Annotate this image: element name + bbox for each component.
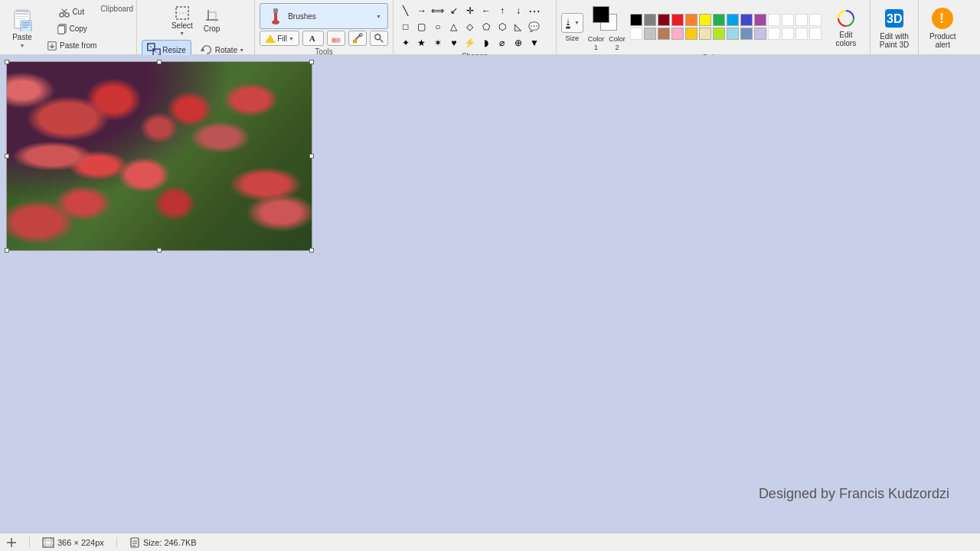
palette-w8[interactable] [809, 28, 822, 40]
palette-white[interactable] [630, 28, 642, 40]
shape-btn-arrow-left[interactable]: ← [479, 3, 494, 18]
palette-steelblue[interactable] [740, 28, 753, 40]
handle-bottom-mid[interactable] [157, 248, 162, 253]
dimensions-label: 366 × 224px [57, 538, 104, 547]
palette-purple[interactable] [754, 14, 766, 26]
paste-from-button[interactable]: Paste from [43, 38, 100, 54]
shape-btn-more[interactable]: ⋯ [527, 3, 542, 18]
canvas-image[interactable] [6, 61, 312, 251]
palette-w1[interactable] [768, 14, 780, 26]
shape-expand-btn[interactable]: ▼ [527, 35, 542, 51]
cut-label: Cut [72, 8, 84, 16]
select-button[interactable]: Select ▼ [168, 3, 197, 38]
svg-rect-4 [16, 18, 25, 19]
handle-bottom-left[interactable] [5, 248, 9, 253]
cut-button[interactable]: Cut [43, 5, 100, 20]
shape-btn-diamond[interactable]: ◇ [462, 19, 478, 34]
edit-paint3d-button[interactable]: 3D Edit with Paint 3D [875, 3, 913, 52]
svg-rect-14 [57, 25, 64, 34]
palette-gold[interactable] [685, 28, 697, 40]
svg-rect-53 [43, 538, 54, 547]
palette-cyan[interactable] [727, 14, 739, 26]
palette-green[interactable] [713, 14, 725, 26]
paste-dropdown-icon[interactable]: ▼ [20, 43, 25, 48]
shape-btn-star6[interactable]: ✶ [430, 35, 446, 51]
palette-pink[interactable] [671, 28, 684, 40]
palette-red[interactable] [671, 14, 684, 26]
shape-btn-lightning[interactable]: ⚡ [462, 35, 478, 51]
palette-w4[interactable] [809, 14, 822, 26]
svg-point-44 [567, 20, 569, 21]
shape-btn-arrow-down[interactable]: ↓ [511, 3, 526, 18]
edit-colors-button[interactable]: Edit colors [827, 5, 865, 51]
handle-top-mid[interactable] [157, 60, 162, 64]
palette-skyblue[interactable] [727, 28, 739, 40]
shape-btn-star4[interactable]: ✦ [398, 35, 413, 51]
shape-btn-expand[interactable]: ⊕ [511, 35, 526, 51]
palette-darkgray[interactable] [644, 14, 656, 26]
text-button[interactable]: A [302, 31, 324, 46]
svg-point-45 [567, 18, 568, 19]
palette-w3[interactable] [795, 14, 808, 26]
crop-button[interactable]: Crop [200, 6, 224, 35]
svg-rect-6 [22, 22, 30, 24]
color1-box[interactable] [593, 6, 609, 23]
palette-blue[interactable] [740, 14, 753, 26]
palette-darkred[interactable] [658, 14, 670, 26]
eraser-button[interactable] [327, 31, 345, 46]
shape-btn-arrow-double[interactable]: ⟺ [430, 3, 446, 18]
handle-bottom-right[interactable] [309, 248, 314, 253]
paste-button[interactable]: Paste ▼ [3, 3, 41, 54]
shape-btn-ellipse[interactable]: ○ [430, 19, 446, 34]
brushes-button[interactable]: Brushes ▼ [260, 3, 388, 29]
palette-black[interactable] [630, 14, 642, 26]
palette-w2[interactable] [782, 14, 794, 26]
palette-lightgray[interactable] [644, 28, 656, 40]
file-icon [129, 537, 140, 548]
palette-w7[interactable] [795, 28, 808, 40]
clipboard-right: Cut Copy Paste from [43, 3, 100, 54]
shape-btn-callout[interactable]: 💬 [527, 19, 542, 34]
handle-top-right[interactable] [309, 60, 314, 64]
handle-mid-right[interactable] [309, 154, 314, 158]
shape-btn-star5[interactable]: ★ [414, 35, 430, 51]
shape-btn-line[interactable]: ╲ [398, 3, 413, 18]
handle-top-left[interactable] [5, 60, 9, 64]
shape-btn-arrow-up[interactable]: ↑ [495, 3, 510, 18]
svg-rect-31 [273, 8, 278, 13]
shape-btn-semicircle[interactable]: ◗ [479, 35, 494, 51]
shape-btn-round-rect[interactable]: ▢ [414, 19, 430, 34]
size-button[interactable]: ▼ [561, 13, 583, 33]
shape-btn-hexagon[interactable]: ⬡ [495, 19, 510, 34]
shape-btn-heart[interactable]: ♥ [446, 35, 462, 51]
clipboard-label: Clipboard [100, 5, 133, 54]
copy-button[interactable]: Copy [43, 21, 100, 37]
shape-btn-right-tri[interactable]: ◺ [511, 19, 526, 34]
product-alert-button[interactable]: ! Product alert [923, 3, 962, 52]
shape-btn-triangle[interactable]: △ [446, 19, 462, 34]
svg-point-39 [375, 34, 381, 40]
svg-point-10 [65, 12, 69, 16]
palette-w6[interactable] [782, 28, 794, 40]
color-picker-button[interactable] [348, 31, 367, 46]
palette-cream[interactable] [699, 28, 711, 40]
svg-point-9 [60, 12, 64, 16]
colors-section: ▼ Size Color1 Color2 [557, 0, 871, 54]
palette-brown[interactable] [658, 28, 670, 40]
shape-btn-arrow-corner[interactable]: ↙ [446, 3, 462, 18]
shape-btn-arrow-right[interactable]: → [414, 3, 430, 18]
canvas-area[interactable]: Designed by Francis Kudzordzi [0, 55, 980, 533]
shape-btn-arrow-quad[interactable]: ✛ [462, 3, 478, 18]
palette-orange[interactable] [685, 14, 697, 26]
handle-mid-left[interactable] [5, 154, 9, 158]
magnifier-button[interactable] [370, 31, 388, 46]
palette-yellow[interactable] [699, 14, 711, 26]
fill-button[interactable]: Fill ▼ [260, 31, 299, 46]
shape-btn-rect[interactable]: □ [398, 19, 413, 34]
shape-btn-cylinder[interactable]: ⌀ [495, 35, 510, 51]
palette-lightgreen[interactable] [713, 28, 725, 40]
palette-lavender[interactable] [754, 28, 766, 40]
palette-w5[interactable] [768, 28, 780, 40]
paste-from-label: Paste from [60, 41, 96, 50]
shape-btn-pentagon[interactable]: ⬠ [479, 19, 494, 34]
